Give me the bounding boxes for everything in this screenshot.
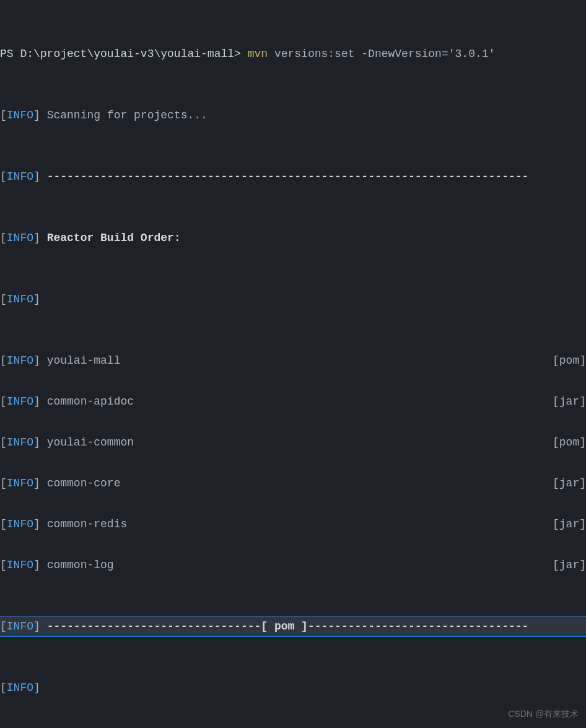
command-binary: mvn — [248, 48, 268, 60]
packaging-type: [jar] — [553, 473, 586, 494]
module-row: [INFO] common-log[jar] — [0, 555, 586, 576]
packaging-type: [pom] — [553, 432, 586, 453]
highlighted-line: [INFO] --------------------------------[… — [0, 616, 586, 637]
reactor-header: Reactor Build Order: — [47, 232, 181, 244]
log-line: [INFO] — [0, 289, 586, 310]
prompt-path: PS D:\project\youlai-v3\youlai-mall> — [0, 48, 248, 60]
module-row: [INFO] youlai-mall[pom] — [0, 351, 586, 371]
packaging-type: [jar] — [553, 555, 586, 576]
command-args: versions:set -DnewVersion='3.0.1' — [268, 48, 495, 60]
packaging-type: [jar] — [553, 392, 586, 412]
log-line: [INFO] — [0, 678, 586, 698]
module-row: [INFO] common-redis[jar] — [0, 514, 586, 535]
prompt-line: PS D:\project\youlai-v3\youlai-mall> mvn… — [0, 44, 586, 64]
module-row: [INFO] common-apidoc[jar] — [0, 392, 586, 412]
log-line: [INFO] Scanning for projects... — [0, 105, 586, 126]
packaging-type: [jar] — [553, 514, 586, 535]
module-row: [INFO] youlai-common[pom] — [0, 432, 586, 453]
terminal-output[interactable]: PS D:\project\youlai-v3\youlai-mall> mvn… — [0, 0, 586, 728]
module-row: [INFO] common-core[jar] — [0, 473, 586, 494]
log-level: INFO — [7, 109, 33, 121]
packaging-type: [pom] — [553, 351, 586, 371]
log-line: [INFO] ---------------------------------… — [0, 167, 586, 187]
log-line: [INFO] Reactor Build Order: — [0, 228, 586, 248]
